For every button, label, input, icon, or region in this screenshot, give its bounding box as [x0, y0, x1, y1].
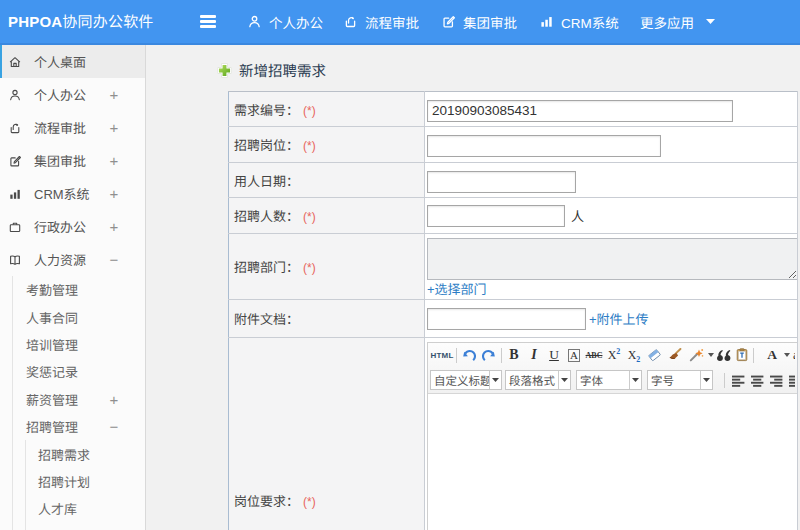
font-family-combo[interactable]: 字体 — [576, 370, 642, 390]
sidebar-spacer — [26, 523, 145, 530]
field-label: 招聘部门： — [234, 257, 299, 276]
form-row-headcount: 招聘人数：(*) 人 — [229, 198, 798, 234]
sidebar-subitem-label: 薪资管理 — [26, 390, 78, 409]
redo-icon[interactable] — [479, 345, 499, 365]
sidebar-item-label: 行政办公 — [34, 217, 86, 236]
sidebar-item-group-approval[interactable]: 集团审批 + — [0, 144, 145, 177]
sidebar-subitem-label: 招聘需求 — [38, 445, 90, 464]
required-marker: (*) — [303, 261, 316, 275]
topnav-label: 更多应用 — [640, 12, 694, 32]
sidebar-item-human-resources[interactable]: 人力资源 − — [0, 243, 145, 276]
sidebar-subitem-attendance[interactable]: 考勤管理 — [13, 276, 145, 303]
font-size-combo[interactable]: 字号 — [647, 370, 713, 390]
format-brush-icon[interactable] — [664, 345, 684, 365]
position-input[interactable] — [427, 135, 661, 157]
background-color-button[interactable]: a — [790, 345, 795, 365]
required-marker: (*) — [303, 139, 316, 153]
sidebar-item-crm-system[interactable]: CRM系统 + — [0, 177, 145, 210]
expand-plus-icon[interactable]: + — [108, 78, 120, 111]
hamburger-icon[interactable] — [200, 15, 216, 28]
sidebar-item-personal-office[interactable]: 个人办公 + — [0, 78, 145, 111]
topnav-more-apps[interactable]: 更多应用 — [640, 0, 715, 43]
align-left-icon[interactable] — [729, 370, 747, 390]
sidebar-item-admin-office[interactable]: 行政办公 + — [0, 210, 145, 243]
department-textarea[interactable] — [427, 238, 798, 280]
attachment-upload-link[interactable]: +附件上传 — [589, 309, 649, 328]
align-center-icon[interactable] — [748, 370, 766, 390]
workflow-icon — [344, 15, 357, 28]
eraser-icon[interactable] — [644, 345, 664, 365]
headcount-unit: 人 — [571, 206, 584, 225]
paragraph-format-combo[interactable]: 段落格式 — [505, 370, 571, 390]
topnav-label: CRM系统 — [561, 12, 619, 32]
toolbar-separator — [501, 348, 502, 363]
bar-chart-icon — [540, 15, 553, 28]
strikethrough-button[interactable]: ABC — [584, 345, 604, 365]
topbar: PHPOA协同办公软件 个人办公 流程审批 集团审批 CRM系统 更多应用 — [0, 0, 800, 45]
sidebar-subitem-recruit-request[interactable]: 招聘需求 — [26, 440, 145, 467]
topnav-crm-system[interactable]: CRM系统 — [540, 0, 619, 43]
home-icon — [9, 56, 21, 68]
headcount-input[interactable] — [427, 205, 565, 227]
toolbar-separator — [753, 348, 754, 363]
hire-date-input[interactable] — [427, 171, 576, 193]
expand-minus-icon[interactable]: − — [108, 413, 120, 440]
expand-plus-icon[interactable]: + — [108, 177, 120, 210]
sidebar-item-personal-desktop[interactable]: 个人桌面 — [0, 45, 145, 78]
align-right-icon[interactable] — [767, 370, 785, 390]
font-color-button[interactable]: A — [762, 345, 782, 365]
attachment-input[interactable] — [427, 308, 586, 330]
view-source-button[interactable]: HTML — [430, 345, 454, 365]
sidebar-subitem-label: 人事合同 — [26, 308, 78, 327]
sidebar-item-label: 个人桌面 — [34, 52, 86, 71]
sidebar-subitem-talent-pool[interactable]: 人才库 — [26, 495, 145, 522]
form-row-department: 招聘部门：(*) +选择部门 — [229, 234, 798, 300]
topnav-personal-office[interactable]: 个人办公 — [248, 0, 323, 43]
form-row-request-number: 需求编号：(*) — [229, 92, 798, 127]
topnav-workflow-approval[interactable]: 流程审批 — [344, 0, 419, 43]
sidebar-item-label: 个人办公 — [34, 85, 86, 104]
superscript-button[interactable]: X2 — [604, 345, 624, 365]
workflow-icon — [9, 122, 21, 134]
topnav-label: 流程审批 — [365, 12, 419, 32]
select-department-link[interactable]: +选择部门 — [427, 282, 797, 296]
underline-button[interactable]: U — [544, 345, 564, 365]
editor-content-area[interactable] — [428, 394, 797, 530]
app-logo: PHPOA协同办公软件 — [8, 0, 154, 43]
expand-minus-icon[interactable]: − — [108, 243, 120, 276]
sidebar-item-label: 流程审批 — [34, 118, 86, 137]
expand-plus-icon[interactable]: + — [108, 144, 120, 177]
italic-button[interactable]: I — [524, 345, 544, 365]
expand-plus-icon[interactable]: + — [108, 386, 120, 413]
sidebar-subitem-label: 培训管理 — [26, 335, 78, 354]
paste-text-icon[interactable] — [732, 345, 751, 365]
bold-button[interactable]: B — [504, 345, 524, 365]
main-content: 新增招聘需求 需求编号：(*) 招聘岗位：(*) 用人日期： 招聘人数：(*) … — [146, 45, 800, 530]
custom-title-combo[interactable]: 自定义标题 — [430, 370, 502, 390]
subscript-button[interactable]: X2 — [624, 345, 644, 365]
sidebar-subitem-hr-contract[interactable]: 人事合同 — [13, 303, 145, 330]
sidebar-subitem-recruit-plan[interactable]: 招聘计划 — [26, 468, 145, 495]
sidebar-subitem-rewards[interactable]: 奖惩记录 — [13, 358, 145, 385]
sidebar-subitem-recruitment[interactable]: 招聘管理− — [13, 413, 145, 440]
blockquote-icon[interactable] — [714, 345, 732, 365]
caret-down-icon — [489, 371, 501, 389]
expand-plus-icon[interactable]: + — [108, 210, 120, 243]
undo-icon[interactable] — [459, 345, 479, 365]
topnav-label: 个人办公 — [269, 12, 323, 32]
expand-plus-icon[interactable]: + — [108, 111, 120, 144]
sidebar-subitem-training[interactable]: 培训管理 — [13, 331, 145, 358]
sidebar-item-workflow-approval[interactable]: 流程审批 + — [0, 111, 145, 144]
font-border-button[interactable]: A — [564, 345, 584, 365]
caret-down-icon — [558, 371, 570, 389]
toolbar-separator — [456, 348, 457, 363]
topnav-group-approval[interactable]: 集团审批 — [442, 0, 517, 43]
align-justify-icon[interactable] — [786, 370, 795, 390]
topnav-label: 集团审批 — [463, 12, 517, 32]
book-icon — [9, 254, 21, 266]
sidebar-subitem-label: 招聘管理 — [26, 417, 78, 436]
sidebar-subitem-salary[interactable]: 薪资管理+ — [13, 386, 145, 413]
request-number-input[interactable] — [427, 100, 733, 122]
recruitment-submenu: 招聘需求 招聘计划 人才库 — [25, 440, 145, 530]
auto-typeset-icon[interactable] — [686, 345, 706, 365]
